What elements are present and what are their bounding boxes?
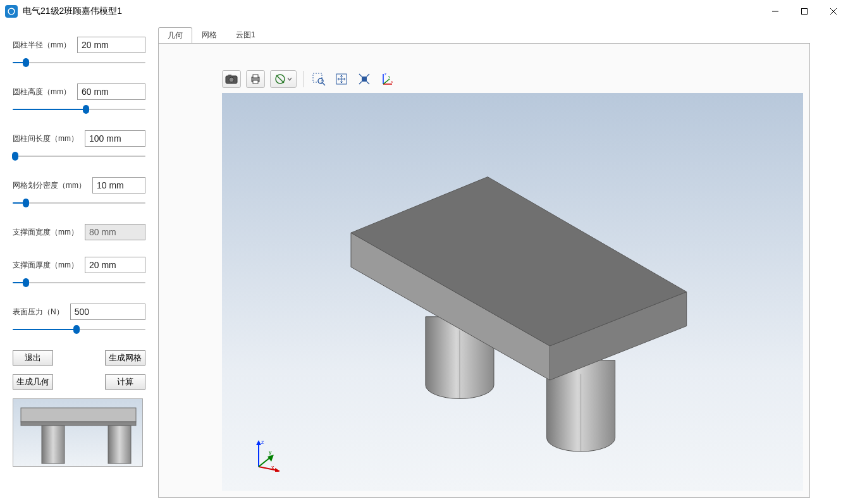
compute-button[interactable]: 计算 [105,374,145,390]
svg-text:y: y [269,449,272,455]
canvas-frame: z x y [158,43,810,498]
svg-line-19 [323,83,325,85]
globe-stop-icon[interactable] [270,70,297,88]
app-icon [5,5,18,18]
cylinder-radius-slider[interactable] [13,58,145,67]
param-label: 圆柱半径（mm） [13,40,71,51]
svg-text:y: y [388,75,390,78]
mesh-density-input[interactable] [92,177,145,194]
svg-text:z: z [261,439,264,445]
fit-extents-icon[interactable] [355,70,373,88]
tab-cloud[interactable]: 云图1 [226,27,265,43]
svg-point-10 [229,77,234,82]
param-surface-pressure: 表面压力（N） [13,304,145,334]
param-cylinder-radius: 圆柱半径（mm） [13,37,145,67]
mesh-density-slider[interactable] [13,199,145,207]
3d-viewport[interactable]: z x y [222,93,803,491]
svg-rect-7 [42,426,65,464]
svg-line-16 [276,75,284,83]
window-controls [761,0,848,23]
svg-rect-21 [362,77,367,82]
svg-rect-5 [21,408,136,422]
surface-pressure-slider[interactable] [13,325,145,334]
tab-mesh[interactable]: 网格 [192,27,226,43]
cylinder-height-input[interactable] [77,83,145,100]
title-bar: 电气21级2班顾嘉伟模型1 [0,0,848,23]
param-label: 网格划分密度（mm） [13,180,86,191]
svg-rect-17 [313,73,322,82]
param-label: 圆柱高度（mm） [13,87,71,97]
tab-geometry[interactable]: 几何 [158,27,192,44]
axis-orient-icon[interactable]: z x y [378,70,396,88]
support-thickness-slider[interactable] [13,278,145,287]
svg-point-18 [318,78,323,83]
close-button[interactable] [819,0,848,23]
tab-bar: 几何 网格 云图1 [158,27,810,43]
svg-rect-14 [253,80,258,83]
model-render [222,93,803,491]
pan-icon[interactable] [333,70,350,88]
model-preview-thumbnail [13,398,143,467]
param-label: 圆柱间长度（mm） [13,133,78,144]
svg-line-33 [259,467,278,470]
generate-geometry-button[interactable]: 生成几何 [13,374,53,390]
param-mesh-density: 网格划分密度（mm） [13,177,145,207]
generate-mesh-button[interactable]: 生成网格 [105,350,145,366]
svg-rect-8 [108,426,131,464]
camera-icon[interactable] [222,70,241,88]
svg-marker-31 [256,440,261,445]
svg-text:x: x [271,464,274,470]
support-width-input [85,224,145,240]
svg-rect-13 [253,75,258,78]
window-title: 电气21级2班顾嘉伟模型1 [23,6,122,17]
cylinder-spacing-input[interactable] [85,130,145,147]
param-label: 支撑面厚度（mm） [13,260,78,271]
svg-marker-34 [275,468,280,472]
svg-text:x: x [391,80,393,83]
cylinder-spacing-slider[interactable] [13,152,145,161]
axis-gizmo: z x y [250,436,285,472]
toolbar-separator [303,71,304,87]
support-thickness-input[interactable] [85,257,145,273]
svg-rect-6 [21,422,136,426]
minimize-button[interactable] [761,0,790,23]
cylinder-height-slider[interactable] [13,105,145,114]
main-area: 几何 网格 云图1 [158,23,848,504]
param-cylinder-spacing: 圆柱间长度（mm） [13,130,145,161]
exit-button[interactable]: 退出 [13,350,53,366]
print-icon[interactable] [246,70,265,88]
svg-text:z: z [384,72,386,76]
svg-rect-2 [802,9,808,15]
surface-pressure-input[interactable] [70,304,145,320]
param-cylinder-height: 圆柱高度（mm） [13,83,145,114]
maximize-button[interactable] [790,0,819,23]
cylinder-radius-input[interactable] [77,37,145,53]
param-support-thickness: 支撑面厚度（mm） [13,257,145,287]
svg-line-26 [383,79,390,84]
svg-rect-11 [228,75,231,77]
zoom-window-icon[interactable] [310,70,328,88]
param-label: 表面压力（N） [13,307,64,317]
param-support-width: 支撑面宽度（mm） [13,224,145,240]
sidebar-panel: 圆柱半径（mm） 圆柱高度（mm） 圆柱间长度（mm） [0,23,158,504]
viewport-toolbar: z x y [222,69,396,89]
param-label: 支撑面宽度（mm） [13,227,78,238]
